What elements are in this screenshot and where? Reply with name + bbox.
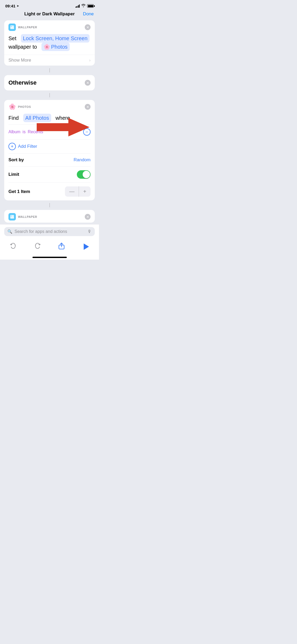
otherwise-close-btn[interactable]: ✕	[85, 80, 91, 86]
limit-row: Limit	[4, 167, 95, 182]
add-filter-btn[interactable]: +	[8, 143, 16, 150]
scroll-area: WALLPAPER ✕ Set Lock Screen, Home Screen…	[0, 20, 99, 223]
photos-card: 🌸 PHOTOS ✕ Find All Photos where Album	[4, 100, 95, 200]
photos-chip[interactable]: 🌸 Photos	[41, 43, 70, 51]
connector-3	[49, 203, 50, 207]
show-more-row[interactable]: Show More ›	[4, 55, 95, 66]
search-area: 🔍 Search for apps and actions 🎙	[0, 224, 99, 239]
wallpaper-card-2-header: WALLPAPER ✕	[4, 210, 95, 223]
add-filter-row[interactable]: + Add Filter	[4, 140, 95, 153]
stepper-plus-btn[interactable]: +	[79, 186, 91, 197]
status-icons	[76, 4, 94, 8]
all-photos-chip[interactable]: All Photos	[23, 114, 51, 122]
item-stepper: — +	[65, 186, 91, 197]
sort-by-value[interactable]: Random	[74, 157, 91, 163]
mic-icon[interactable]: 🎙	[87, 229, 92, 234]
wallpaper-card-text-2: wallpaper to 🌸 Photos	[8, 43, 91, 51]
connector-2	[49, 93, 50, 97]
limit-toggle[interactable]	[77, 170, 91, 179]
play-icon	[84, 243, 89, 250]
photos-label: PHOTOS	[18, 105, 31, 108]
wallpaper-close-btn-2[interactable]: ✕	[85, 214, 91, 220]
undo-icon	[10, 242, 17, 251]
sort-by-label: Sort by	[8, 157, 24, 163]
lock-home-chip[interactable]: Lock Screen, Home Screen	[21, 34, 90, 43]
get-item-label: Get 1 Item	[8, 189, 30, 194]
photos-icon: 🌸	[8, 103, 16, 111]
status-bar: 09:41 ➤	[0, 0, 99, 10]
find-text: Find All Photos where	[8, 114, 91, 122]
home-bar	[32, 257, 67, 258]
otherwise-card: Otherwise ✕	[4, 75, 95, 90]
filter-row-wrap: Album is Recents −	[4, 125, 95, 139]
filter-row: Album is Recents −	[4, 125, 95, 139]
photos-rainbow-icon: 🌸	[44, 43, 50, 50]
play-button[interactable]	[81, 242, 91, 251]
filter-left: Album is Recents	[8, 130, 43, 134]
find-row: Find All Photos where	[4, 113, 95, 124]
remove-filter-btn[interactable]: −	[83, 128, 91, 136]
add-filter-text: Add Filter	[18, 144, 37, 149]
wifi-icon	[81, 4, 86, 8]
share-icon	[58, 242, 65, 251]
signal-icon	[76, 4, 80, 8]
filter-is[interactable]: is	[22, 130, 26, 134]
wallpaper-card-content-1: Set Lock Screen, Home Screen wallpaper t…	[4, 33, 95, 55]
filter-album[interactable]: Album	[8, 130, 20, 134]
show-more-text: Show More	[8, 58, 31, 63]
wallpaper-card-2: WALLPAPER ✕	[4, 210, 95, 223]
search-icon: 🔍	[7, 229, 12, 234]
get-item-row: Get 1 Item — +	[4, 183, 95, 200]
connector-1	[49, 68, 50, 72]
wallpaper-to-text: wallpaper to	[8, 44, 37, 50]
limit-label: Limit	[8, 172, 19, 177]
wallpaper-close-btn-1[interactable]: ✕	[85, 24, 91, 30]
search-input[interactable]: Search for apps and actions	[15, 229, 85, 234]
wallpaper-icon	[8, 24, 16, 31]
status-time: 09:41	[5, 4, 15, 8]
where-label: where	[55, 115, 70, 121]
toggle-thumb	[83, 171, 90, 178]
page-title: Light or Dark Wallpaper	[24, 11, 75, 17]
wallpaper-card-1-header: WALLPAPER ✕	[4, 20, 95, 33]
wallpaper-label-2: WALLPAPER	[18, 215, 37, 218]
wallpaper-card-text-1: Set Lock Screen, Home Screen	[8, 34, 91, 43]
bottom-toolbar	[0, 239, 99, 255]
home-indicator	[0, 255, 99, 260]
otherwise-text: Otherwise	[8, 79, 36, 86]
photos-rainbow-icon: 🌸	[9, 103, 16, 110]
chevron-right-icon: ›	[89, 58, 91, 63]
photos-close-btn[interactable]: ✕	[85, 104, 91, 110]
location-icon: ➤	[17, 4, 19, 8]
find-label: Find	[8, 115, 19, 121]
battery-icon	[87, 4, 94, 8]
done-button[interactable]: Done	[83, 11, 94, 17]
filter-recents[interactable]: Recents	[28, 130, 43, 134]
redo-button[interactable]	[33, 242, 42, 251]
wallpaper-icon-2	[8, 213, 16, 220]
search-bar[interactable]: 🔍 Search for apps and actions 🎙	[4, 227, 95, 236]
wallpaper-label-1: WALLPAPER	[18, 26, 37, 29]
share-button[interactable]	[57, 242, 66, 251]
undo-button[interactable]	[8, 242, 18, 251]
sort-by-row: Sort by Random	[4, 154, 95, 166]
nav-header: Light or Dark Wallpaper Done	[0, 10, 99, 20]
photos-card-header: 🌸 PHOTOS ✕	[4, 100, 95, 113]
wallpaper-card-1: WALLPAPER ✕ Set Lock Screen, Home Screen…	[4, 20, 95, 66]
redo-icon	[34, 242, 41, 251]
set-text: Set	[8, 35, 16, 41]
stepper-minus-btn[interactable]: —	[65, 186, 79, 197]
